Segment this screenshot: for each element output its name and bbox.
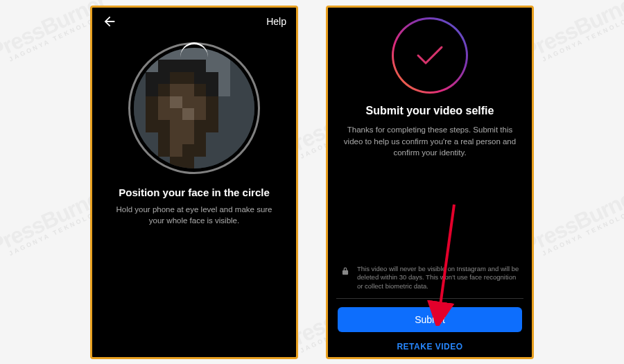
back-button[interactable] [102, 14, 117, 29]
instruction-block: Position your face in the circle Hold yo… [92, 174, 296, 226]
capture-ring [128, 42, 260, 174]
instruction-subtitle: Hold your phone at eye level and make su… [109, 204, 279, 226]
submit-button[interactable]: Submit [338, 307, 522, 332]
success-ring [392, 17, 468, 94]
privacy-text: This video will never be visible on Inst… [357, 265, 519, 291]
privacy-notice: This video will never be visible on Inst… [328, 265, 532, 298]
submit-title: Submit your video selfie [342, 105, 518, 117]
lock-icon [340, 266, 350, 276]
retake-video-link[interactable]: RETAKE VIDEO [328, 332, 532, 357]
phone-screen-2: Submit your video selfie Thanks for comp… [326, 6, 534, 359]
top-bar: Help [92, 8, 296, 35]
submit-subtitle: Thanks for completing these steps. Submi… [342, 124, 518, 159]
back-arrow-icon [102, 14, 117, 29]
submit-instruction-block: Submit your video selfie Thanks for comp… [328, 94, 532, 159]
phone-screen-1: Help Position your face i [90, 6, 298, 359]
face-capture-frame [128, 42, 260, 174]
checkmark-icon [415, 44, 445, 67]
help-link[interactable]: Help [266, 16, 286, 27]
instruction-title: Position your face in the circle [109, 187, 279, 198]
divider [336, 298, 523, 299]
